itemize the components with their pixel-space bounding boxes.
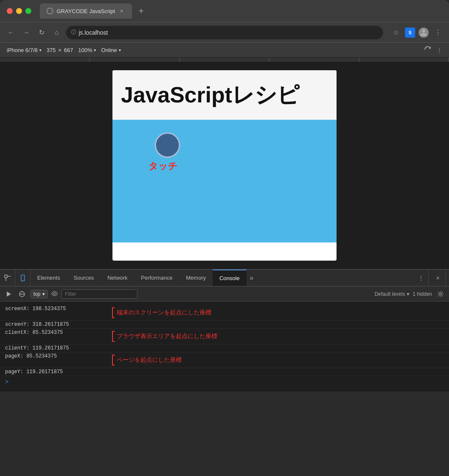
- rotate-button[interactable]: [424, 46, 432, 55]
- default-levels-select[interactable]: Default levels ▾: [375, 291, 409, 297]
- console-clear-button[interactable]: [17, 289, 27, 299]
- console-eye-button[interactable]: [51, 291, 58, 297]
- tab-console[interactable]: Console: [213, 270, 246, 286]
- tab-sources[interactable]: Sources: [67, 270, 101, 286]
- traffic-lights: [7, 8, 31, 14]
- address-bar[interactable]: ⓘ js.localhost: [66, 26, 383, 39]
- zoom-select[interactable]: 100% ▾: [78, 47, 96, 53]
- bracket-screenx-icon: [110, 306, 115, 319]
- devtools-inspect-button[interactable]: [0, 270, 15, 286]
- back-button[interactable]: ←: [5, 27, 17, 39]
- tab-elements[interactable]: Elements: [30, 270, 67, 286]
- console-pagey: pageY: 119.26171875: [5, 369, 63, 375]
- default-levels-label: Default levels: [375, 291, 405, 297]
- responsive-bar-segment: [359, 58, 449, 62]
- bracket-clientx-icon: [110, 330, 115, 343]
- new-tab-button[interactable]: +: [135, 5, 147, 17]
- device-dimensions: 375 × 667: [47, 47, 73, 53]
- device-height[interactable]: 667: [64, 47, 73, 53]
- maximize-button[interactable]: [25, 8, 31, 14]
- reload-button[interactable]: ↻: [36, 27, 47, 39]
- address-bar-actions: ☆ S ⋮: [390, 27, 444, 39]
- hidden-count: 1 hidden: [413, 291, 432, 297]
- devtools-more-actions: ⋮ ×: [410, 270, 449, 286]
- device-chevron-icon: ▾: [39, 48, 41, 52]
- forward-button[interactable]: →: [20, 27, 32, 39]
- console-screenx: screenX: 198.5234375: [5, 306, 66, 312]
- console-output: screenX: 198.5234375 端末のスクリーンを起点にした座標 sc…: [0, 302, 449, 391]
- annotation-pagex: ページを起点にした座標: [117, 356, 182, 364]
- default-levels-arrow: ▾: [407, 291, 409, 297]
- zoom-level: 100%: [78, 47, 92, 53]
- svg-marker-4: [7, 292, 11, 297]
- user-avatar[interactable]: [419, 28, 429, 38]
- network-chevron-icon: ▾: [119, 48, 121, 52]
- svg-point-3: [22, 280, 23, 281]
- console-context-label: top: [33, 291, 41, 297]
- network-select[interactable]: Online ▾: [101, 47, 121, 53]
- page-wrapper: JavaScriptレシピ タッチ: [0, 62, 449, 269]
- console-clienty: clientY: 119.26171875: [5, 345, 69, 351]
- device-toolbar-more-button[interactable]: ⋮: [437, 47, 442, 53]
- zoom-chevron-icon: ▾: [94, 48, 96, 52]
- device-toolbar: iPhone 6/7/8 ▾ 375 × 667 100% ▾ Online ▾…: [0, 42, 449, 58]
- browser-window: GRAYCODE JavaScript × + ← → ↻ ⌂ ⓘ js.loc…: [0, 0, 449, 391]
- browser-tab[interactable]: GRAYCODE JavaScript ×: [40, 3, 132, 19]
- devtools-tabs: Elements Sources Network Performance Mem…: [0, 270, 449, 286]
- nav-bar: ← → ↻ ⌂ ⓘ js.localhost ☆ S ⋮: [0, 22, 449, 42]
- annotation-screenx: 端末のスクリーンを起点にした座標: [117, 309, 211, 316]
- devtools-phone-button[interactable]: [15, 270, 30, 286]
- device-name: iPhone 6/7/8: [7, 47, 38, 53]
- tab-memory[interactable]: Memory: [179, 270, 213, 286]
- device-select[interactable]: iPhone 6/7/8 ▾: [7, 47, 41, 53]
- bookmark-button[interactable]: ☆: [390, 27, 402, 39]
- responsive-bar-segment: [90, 58, 179, 62]
- page-title: JavaScriptレシピ: [121, 83, 328, 107]
- responsive-bar-segment: [269, 58, 359, 62]
- minimize-button[interactable]: [16, 8, 22, 14]
- svg-rect-1: [5, 275, 7, 278]
- console-pagex: pageX: 85.5234375: [5, 353, 57, 359]
- more-options-button[interactable]: ⋮: [432, 27, 444, 39]
- console-context-select[interactable]: top ▾: [30, 290, 48, 298]
- touch-area[interactable]: タッチ: [112, 120, 337, 242]
- bracket-pagex-icon: [110, 353, 115, 367]
- console-filter-input[interactable]: [61, 289, 137, 299]
- console-prompt[interactable]: >: [0, 376, 449, 388]
- dimensions-x-label: ×: [58, 47, 62, 53]
- page-content: JavaScriptレシピ タッチ: [112, 70, 337, 261]
- console-run-button[interactable]: [3, 289, 14, 299]
- devtools-close-button[interactable]: ×: [430, 270, 446, 286]
- home-button[interactable]: ⌂: [51, 27, 63, 39]
- responsive-bar: [0, 58, 449, 62]
- svg-point-7: [54, 293, 55, 294]
- devtools-panel: Elements Sources Network Performance Mem…: [0, 269, 449, 391]
- console-settings-button[interactable]: [435, 289, 446, 299]
- title-bar: GRAYCODE JavaScript × +: [0, 0, 449, 22]
- console-context-arrow: ▾: [42, 291, 45, 297]
- console-toolbar: top ▾ Default levels ▾ 1 hidden: [0, 286, 449, 302]
- page-header: JavaScriptレシピ: [112, 70, 337, 120]
- lock-icon: ⓘ: [71, 29, 76, 36]
- touch-label: タッチ: [148, 160, 178, 173]
- devtools-more-tabs-button[interactable]: »: [246, 270, 257, 286]
- console-screeny: screenY: 318.26171875: [5, 322, 69, 327]
- tab-area: GRAYCODE JavaScript × +: [40, 3, 442, 19]
- address-text: js.localhost: [79, 29, 108, 36]
- tab-title: GRAYCODE JavaScript: [57, 8, 115, 14]
- annotation-clientx: ブラウザ表示エリアを起点にした座標: [117, 333, 217, 340]
- tab-network[interactable]: Network: [101, 270, 134, 286]
- tab-favicon: [47, 8, 53, 14]
- console-clientx: clientX: 85.5234375: [5, 330, 63, 336]
- svg-point-8: [440, 293, 442, 295]
- device-width[interactable]: 375: [47, 47, 56, 53]
- close-button[interactable]: [7, 8, 13, 14]
- tab-performance[interactable]: Performance: [134, 270, 179, 286]
- responsive-bar-segment: [180, 58, 269, 62]
- tab-close-button[interactable]: ×: [118, 8, 125, 14]
- synergy-icon[interactable]: S: [405, 28, 415, 38]
- devtools-actions-button[interactable]: ⋮: [413, 270, 429, 286]
- svg-point-0: [422, 29, 425, 33]
- network-status: Online: [101, 47, 117, 53]
- responsive-bar-segment: [0, 58, 90, 62]
